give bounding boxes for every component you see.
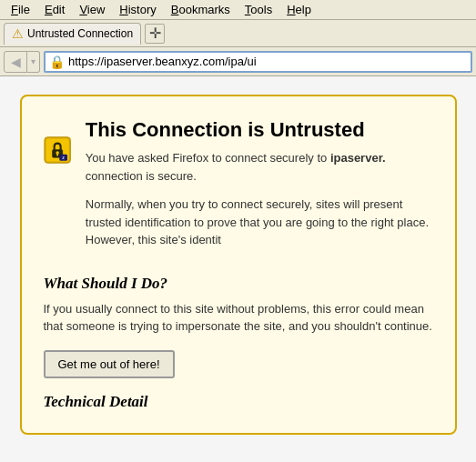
page-content: Z This Connection is Untrusted You have …: [0, 76, 476, 462]
address-bar[interactable]: [68, 55, 467, 68]
warning-text-2: Normally, when you try to connect secure…: [86, 196, 433, 249]
svg-rect-4: [56, 154, 58, 156]
add-tab-button[interactable]: ✛: [145, 24, 165, 44]
tab-warning-icon: ⚠: [12, 26, 24, 41]
address-bar-container: 🔒: [44, 51, 472, 73]
warning-heading-block: This Connection is Untrusted You have as…: [86, 118, 433, 260]
menu-help[interactable]: Help: [279, 1, 319, 18]
warning-text-1: You have asked Firefox to connect secure…: [86, 149, 433, 185]
warning-header: Z This Connection is Untrusted You have …: [44, 118, 433, 260]
warning-title: This Connection is Untrusted: [86, 118, 433, 142]
tab-title: Untrusted Connection: [27, 27, 133, 40]
tab-bar: ⚠ Untrusted Connection ✛: [0, 20, 476, 47]
warning-host: ipaserver.: [330, 151, 386, 165]
menu-view[interactable]: View: [72, 1, 112, 18]
back-forward-group: ◀ ▾: [4, 51, 40, 73]
back-dropdown[interactable]: ▾: [27, 51, 40, 73]
menu-history[interactable]: History: [112, 1, 163, 18]
section-what-title: What Should I Do?: [44, 275, 433, 293]
warning-icon: Z: [44, 118, 71, 182]
back-button[interactable]: ◀: [4, 51, 27, 73]
advice-text: If you usually connect to this site with…: [44, 300, 433, 336]
menu-bar: File Edit View History Bookmarks Tools H…: [0, 0, 476, 20]
svg-text:Z: Z: [62, 156, 65, 160]
escape-button[interactable]: Get me out of here!: [44, 350, 175, 378]
menu-bookmarks[interactable]: Bookmarks: [164, 1, 238, 18]
address-lock-icon: 🔒: [49, 55, 65, 69]
browser-tab[interactable]: ⚠ Untrusted Connection: [4, 23, 141, 45]
nav-bar: ◀ ▾ 🔒: [0, 47, 476, 76]
tech-details-title: Technical Detail: [44, 393, 433, 411]
menu-edit[interactable]: Edit: [37, 1, 72, 18]
menu-file[interactable]: File: [4, 1, 37, 18]
warning-box: Z This Connection is Untrusted You have …: [20, 95, 457, 435]
menu-tools[interactable]: Tools: [238, 1, 279, 18]
